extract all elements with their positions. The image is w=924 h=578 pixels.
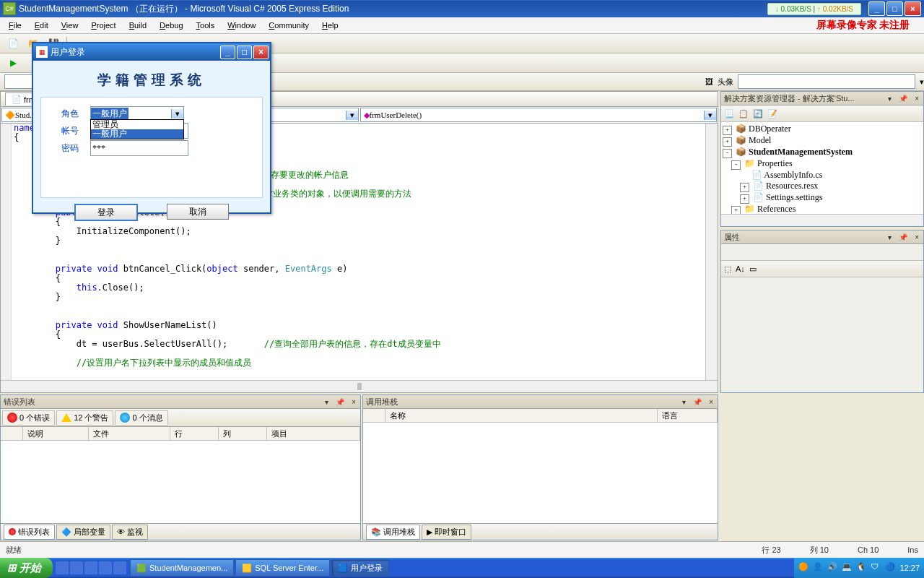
tray-icon[interactable]: 🔵: [885, 562, 897, 574]
windows-icon: ⊞: [7, 561, 17, 574]
close-button[interactable]: ×: [905, 1, 921, 16]
taskbar-task[interactable]: 🟩StudentManagemen...: [130, 559, 234, 577]
method-icon: ◆: [364, 111, 370, 120]
status-ins: Ins: [907, 545, 918, 554]
close-icon[interactable]: ×: [706, 397, 716, 407]
cancel-button[interactable]: 取消: [167, 204, 229, 220]
avatar-combo[interactable]: [738, 74, 915, 89]
solution-tree[interactable]: + 📦 DBOperater+ 📦 Model- 📦 StudentManage…: [721, 122, 923, 226]
menu-debug[interactable]: Debug: [154, 20, 188, 31]
solexp-header[interactable]: 解决方案资源管理器 - 解决方案'Stu... ▾📌×: [721, 92, 923, 105]
properties-icon[interactable]: 📃: [724, 109, 734, 118]
tab-errorlist[interactable]: 错误列表: [4, 525, 55, 540]
watch-icon: 👁: [117, 527, 125, 536]
start-button[interactable]: ⊞ 开始: [0, 558, 53, 578]
tray-icon[interactable]: 🐧: [856, 562, 868, 574]
tree-node[interactable]: + 📦 DBOperater: [723, 124, 922, 135]
dialog-minimize-button[interactable]: _: [220, 46, 235, 59]
clock[interactable]: 12:27: [899, 564, 920, 572]
tray-icon[interactable]: 💻: [842, 562, 853, 574]
show-all-icon[interactable]: 📋: [738, 109, 749, 118]
pin-icon[interactable]: 📌: [896, 94, 910, 103]
menu-build[interactable]: Build: [123, 20, 152, 31]
new-project-icon[interactable]: 📄: [4, 35, 22, 51]
role-select[interactable]: 一般用户 ▾: [90, 106, 184, 121]
role-label: 角色: [61, 108, 90, 120]
menu-community[interactable]: Community: [263, 20, 315, 31]
menu-project[interactable]: Project: [85, 20, 121, 31]
callstack-columns: 名称 语言: [363, 409, 718, 423]
errlist-header[interactable]: 错误列表 ▾📌×: [1, 395, 360, 409]
pin-icon[interactable]: 📌: [690, 397, 705, 407]
props-page-icon[interactable]: ▭: [749, 264, 757, 274]
errors-filter[interactable]: 0 个错误: [2, 410, 55, 426]
tab-locals[interactable]: 🔷局部变量: [56, 525, 110, 540]
class-icon: 🔶: [5, 111, 15, 120]
menu-view[interactable]: View: [56, 20, 84, 31]
close-icon[interactable]: ×: [912, 233, 922, 242]
taskbar: ⊞ 开始 🟩StudentManagemen...🟨SQL Server Ent…: [0, 558, 924, 578]
account-label: 帐号: [61, 125, 90, 137]
hscrollbar[interactable]: [1, 380, 718, 392]
menu-edit[interactable]: Edit: [29, 20, 54, 31]
hscrollbar[interactable]: [721, 214, 923, 226]
alphabetical-icon[interactable]: A↓: [736, 264, 745, 273]
ql-icon[interactable]: [99, 561, 112, 574]
dropdown-icon[interactable]: ▾: [885, 94, 894, 103]
categorized-icon[interactable]: ⬚: [724, 264, 731, 274]
vscrollbar[interactable]: [705, 124, 718, 381]
tree-node[interactable]: - 📁 Properties: [723, 158, 922, 170]
dropdown-icon[interactable]: ▾: [920, 77, 924, 87]
tab-immediate[interactable]: ▶即时窗口: [422, 525, 471, 540]
taskbar-task[interactable]: 🟦用户登录: [331, 559, 389, 577]
ql-icon[interactable]: [84, 561, 97, 574]
dropdown-icon[interactable]: ▾: [679, 397, 689, 407]
dialog-close-button[interactable]: ×: [253, 46, 269, 59]
tray-icon[interactable]: 🟠: [798, 562, 810, 574]
menu-window[interactable]: Window: [222, 20, 261, 31]
password-input[interactable]: [90, 140, 188, 156]
pin-icon[interactable]: 📌: [896, 233, 910, 242]
menu-help[interactable]: Help: [316, 20, 344, 31]
locals-icon: 🔷: [61, 527, 71, 537]
messages-filter[interactable]: 0 个消息: [115, 410, 167, 426]
close-icon[interactable]: ×: [912, 94, 922, 103]
refresh-icon[interactable]: 🔄: [753, 109, 763, 118]
tree-node[interactable]: 📄 AssemblyInfo.cs: [723, 170, 922, 181]
tree-node[interactable]: + 📄 Resources.resx: [723, 181, 922, 192]
dropdown-icon[interactable]: ▾: [322, 397, 331, 407]
ql-icon[interactable]: [70, 561, 83, 574]
dropdown-icon[interactable]: ▾: [885, 233, 894, 242]
callstack-header[interactable]: 调用堆栈 ▾📌×: [363, 395, 718, 409]
member-selector[interactable]: ◆ frmUserDelete() ▾: [360, 108, 718, 122]
tree-node[interactable]: - 📦 StudentManagementSystem: [723, 147, 922, 158]
net-status: ↓ 0.03KB/S | ↑ 0.02KB/S: [767, 3, 861, 15]
login-button[interactable]: 登录: [74, 204, 138, 221]
tree-node[interactable]: + 📄 Settings.settings: [723, 192, 922, 204]
play-icon[interactable]: ▶: [4, 55, 22, 71]
dialog-maximize-button[interactable]: □: [237, 46, 252, 59]
menu-file[interactable]: File: [3, 20, 27, 31]
warnings-filter[interactable]: 12 个警告: [56, 410, 113, 426]
ql-icon[interactable]: [113, 561, 126, 574]
tree-node[interactable]: + 📦 Model: [723, 135, 922, 147]
tab-watch[interactable]: 👁监视: [112, 525, 148, 540]
maximize-button[interactable]: □: [886, 1, 903, 16]
close-icon[interactable]: ×: [349, 397, 359, 407]
tray-icon[interactable]: 🛡: [871, 562, 882, 574]
menu-tools[interactable]: Tools: [191, 20, 221, 31]
ql-icon[interactable]: [56, 561, 69, 574]
tray-icon[interactable]: 👤: [813, 562, 824, 574]
minimize-button[interactable]: _: [868, 1, 885, 16]
role-option-user[interactable]: 一般用户: [91, 129, 183, 139]
taskbar-task[interactable]: 🟨SQL Server Enter...: [235, 559, 330, 577]
tray-icon[interactable]: 🔊: [827, 562, 839, 574]
password-label: 密码: [61, 142, 90, 155]
info-icon: [120, 413, 130, 423]
view-code-icon[interactable]: 📝: [767, 109, 777, 118]
tab-callstack[interactable]: 📚调用堆栈: [366, 525, 420, 540]
props-header[interactable]: 属性 ▾📌×: [721, 230, 923, 244]
dialog-titlebar[interactable]: ▦ 用户登录 _ □ ×: [33, 43, 270, 61]
pin-icon[interactable]: 📌: [333, 397, 347, 407]
chevron-down-icon: ▾: [346, 111, 358, 120]
